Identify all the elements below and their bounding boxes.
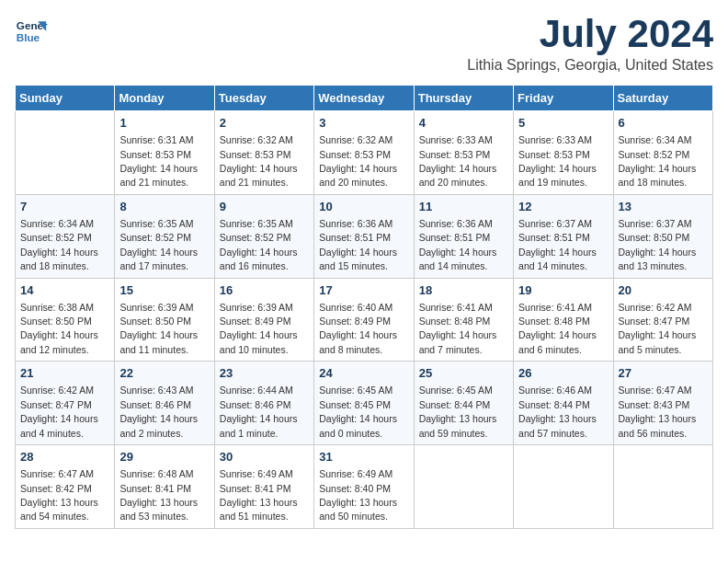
day-number: 21 [20, 365, 109, 382]
calendar-cell: 28Sunrise: 6:47 AM Sunset: 8:42 PM Dayli… [16, 445, 115, 529]
day-number: 28 [20, 449, 109, 465]
day-number: 4 [419, 115, 508, 132]
calendar-cell: 23Sunrise: 6:44 AM Sunset: 8:46 PM Dayli… [214, 362, 313, 445]
calendar-week-5: 28Sunrise: 6:47 AM Sunset: 8:42 PM Dayli… [16, 445, 713, 529]
calendar-cell: 30Sunrise: 6:49 AM Sunset: 8:41 PM Dayli… [214, 445, 313, 529]
location-title: Lithia Springs, Georgia, United States [467, 57, 713, 74]
calendar-cell: 18Sunrise: 6:41 AM Sunset: 8:48 PM Dayli… [414, 278, 513, 362]
day-number: 14 [20, 282, 109, 299]
day-number: 19 [518, 282, 608, 299]
day-info: Sunrise: 6:31 AM Sunset: 8:53 PM Dayligh… [119, 134, 198, 188]
day-info: Sunrise: 6:45 AM Sunset: 8:45 PM Dayligh… [319, 385, 397, 438]
day-info: Sunrise: 6:48 AM Sunset: 8:41 PM Dayligh… [119, 468, 198, 522]
calendar-cell: 2Sunrise: 6:32 AM Sunset: 8:53 PM Daylig… [214, 111, 313, 195]
calendar-cell: 12Sunrise: 6:37 AM Sunset: 8:51 PM Dayli… [514, 194, 613, 278]
day-info: Sunrise: 6:49 AM Sunset: 8:40 PM Dayligh… [319, 468, 397, 522]
day-info: Sunrise: 6:49 AM Sunset: 8:41 PM Dayligh… [220, 468, 298, 522]
calendar-table: Sunday Monday Tuesday Wednesday Thursday… [15, 85, 713, 529]
day-number: 31 [319, 449, 408, 465]
day-number: 2 [220, 115, 309, 132]
day-info: Sunrise: 6:35 AM Sunset: 8:52 PM Dayligh… [119, 218, 198, 271]
calendar-cell: 16Sunrise: 6:39 AM Sunset: 8:49 PM Dayli… [214, 278, 313, 362]
day-info: Sunrise: 6:47 AM Sunset: 8:43 PM Dayligh… [619, 385, 697, 438]
day-info: Sunrise: 6:33 AM Sunset: 8:53 PM Dayligh… [518, 134, 597, 188]
day-info: Sunrise: 6:32 AM Sunset: 8:53 PM Dayligh… [319, 134, 397, 188]
day-info: Sunrise: 6:37 AM Sunset: 8:50 PM Dayligh… [619, 218, 697, 271]
day-number: 9 [220, 199, 309, 215]
calendar-cell: 14Sunrise: 6:38 AM Sunset: 8:50 PM Dayli… [16, 278, 115, 362]
calendar-header: Sunday Monday Tuesday Wednesday Thursday… [16, 86, 713, 111]
header-tuesday: Tuesday [214, 86, 313, 111]
svg-text:Blue: Blue [17, 31, 40, 43]
day-number: 24 [319, 365, 408, 382]
calendar-cell: 19Sunrise: 6:41 AM Sunset: 8:48 PM Dayli… [514, 278, 613, 362]
calendar-cell: 7Sunrise: 6:34 AM Sunset: 8:52 PM Daylig… [16, 194, 115, 278]
header-friday: Friday [514, 86, 613, 111]
day-info: Sunrise: 6:46 AM Sunset: 8:44 PM Dayligh… [518, 385, 597, 438]
day-info: Sunrise: 6:44 AM Sunset: 8:46 PM Dayligh… [220, 385, 298, 438]
day-number: 27 [619, 365, 708, 382]
day-number: 11 [419, 199, 508, 215]
day-info: Sunrise: 6:41 AM Sunset: 8:48 PM Dayligh… [518, 302, 597, 355]
day-number: 15 [119, 282, 209, 299]
calendar-cell: 5Sunrise: 6:33 AM Sunset: 8:53 PM Daylig… [514, 111, 613, 195]
day-info: Sunrise: 6:41 AM Sunset: 8:48 PM Dayligh… [419, 302, 497, 355]
calendar-week-2: 7Sunrise: 6:34 AM Sunset: 8:52 PM Daylig… [16, 194, 713, 278]
calendar-cell: 10Sunrise: 6:36 AM Sunset: 8:51 PM Dayli… [314, 194, 414, 278]
day-number: 1 [119, 115, 209, 132]
day-number: 26 [518, 365, 608, 382]
day-number: 7 [20, 199, 109, 215]
day-info: Sunrise: 6:40 AM Sunset: 8:49 PM Dayligh… [319, 302, 397, 355]
month-title: July 2024 [467, 15, 713, 53]
day-info: Sunrise: 6:39 AM Sunset: 8:49 PM Dayligh… [220, 302, 298, 355]
day-info: Sunrise: 6:34 AM Sunset: 8:52 PM Dayligh… [20, 218, 98, 271]
header-wednesday: Wednesday [314, 86, 414, 111]
calendar-cell: 15Sunrise: 6:39 AM Sunset: 8:50 PM Dayli… [115, 278, 214, 362]
day-number: 30 [220, 449, 309, 465]
day-info: Sunrise: 6:32 AM Sunset: 8:53 PM Dayligh… [220, 134, 298, 188]
day-number: 20 [619, 282, 708, 299]
day-info: Sunrise: 6:37 AM Sunset: 8:51 PM Dayligh… [518, 218, 597, 271]
day-number: 8 [119, 199, 209, 215]
header-saturday: Saturday [613, 86, 712, 111]
weekday-row: Sunday Monday Tuesday Wednesday Thursday… [16, 86, 713, 111]
day-info: Sunrise: 6:34 AM Sunset: 8:52 PM Dayligh… [619, 134, 697, 188]
day-info: Sunrise: 6:43 AM Sunset: 8:46 PM Dayligh… [119, 385, 198, 438]
day-info: Sunrise: 6:42 AM Sunset: 8:47 PM Dayligh… [20, 385, 98, 438]
logo-icon: General Blue [15, 15, 48, 48]
day-info: Sunrise: 6:36 AM Sunset: 8:51 PM Dayligh… [319, 218, 397, 271]
day-number: 5 [518, 115, 608, 132]
calendar-cell [16, 111, 115, 195]
calendar-cell: 20Sunrise: 6:42 AM Sunset: 8:47 PM Dayli… [613, 278, 712, 362]
calendar-cell: 17Sunrise: 6:40 AM Sunset: 8:49 PM Dayli… [314, 278, 414, 362]
calendar-cell [613, 445, 712, 529]
calendar-body: 1Sunrise: 6:31 AM Sunset: 8:53 PM Daylig… [16, 111, 713, 529]
calendar-cell: 8Sunrise: 6:35 AM Sunset: 8:52 PM Daylig… [115, 194, 214, 278]
day-number: 10 [319, 199, 408, 215]
day-number: 25 [419, 365, 508, 382]
calendar-cell: 26Sunrise: 6:46 AM Sunset: 8:44 PM Dayli… [514, 362, 613, 445]
day-info: Sunrise: 6:35 AM Sunset: 8:52 PM Dayligh… [220, 218, 298, 271]
day-number: 12 [518, 199, 608, 215]
calendar-cell: 6Sunrise: 6:34 AM Sunset: 8:52 PM Daylig… [613, 111, 712, 195]
day-number: 17 [319, 282, 408, 299]
calendar-cell: 11Sunrise: 6:36 AM Sunset: 8:51 PM Dayli… [414, 194, 513, 278]
header-sunday: Sunday [16, 86, 115, 111]
calendar-cell: 27Sunrise: 6:47 AM Sunset: 8:43 PM Dayli… [613, 362, 712, 445]
title-area: July 2024 Lithia Springs, Georgia, Unite… [467, 15, 713, 74]
day-number: 29 [119, 449, 209, 465]
day-number: 22 [119, 365, 209, 382]
calendar-cell: 1Sunrise: 6:31 AM Sunset: 8:53 PM Daylig… [115, 111, 214, 195]
calendar-cell: 31Sunrise: 6:49 AM Sunset: 8:40 PM Dayli… [314, 445, 414, 529]
calendar-cell: 22Sunrise: 6:43 AM Sunset: 8:46 PM Dayli… [115, 362, 214, 445]
day-info: Sunrise: 6:38 AM Sunset: 8:50 PM Dayligh… [20, 302, 98, 355]
calendar-week-3: 14Sunrise: 6:38 AM Sunset: 8:50 PM Dayli… [16, 278, 713, 362]
day-number: 3 [319, 115, 408, 132]
calendar-week-1: 1Sunrise: 6:31 AM Sunset: 8:53 PM Daylig… [16, 111, 713, 195]
day-info: Sunrise: 6:39 AM Sunset: 8:50 PM Dayligh… [119, 302, 198, 355]
calendar-cell: 4Sunrise: 6:33 AM Sunset: 8:53 PM Daylig… [414, 111, 513, 195]
calendar-cell: 21Sunrise: 6:42 AM Sunset: 8:47 PM Dayli… [16, 362, 115, 445]
calendar-week-4: 21Sunrise: 6:42 AM Sunset: 8:47 PM Dayli… [16, 362, 713, 445]
day-number: 23 [220, 365, 309, 382]
calendar-cell: 13Sunrise: 6:37 AM Sunset: 8:50 PM Dayli… [613, 194, 712, 278]
